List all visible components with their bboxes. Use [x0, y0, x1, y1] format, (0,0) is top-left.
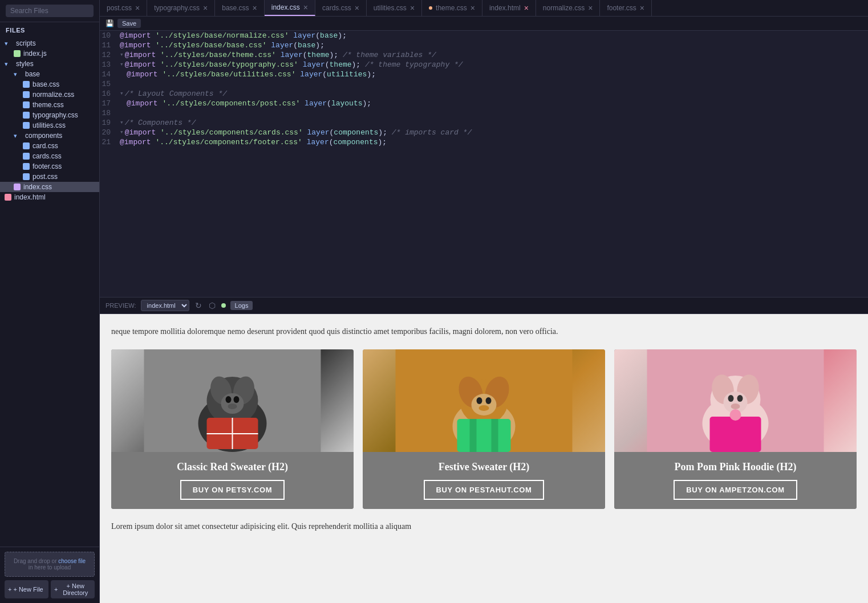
code-line-10: 10 @import '../styles/base/normalize.css… — [100, 31, 868, 40]
tree-label: index.html — [14, 193, 46, 201]
tree-item-theme-css[interactable]: theme.css — [0, 100, 99, 110]
file-icon-blue — [23, 91, 30, 98]
tab-close-icon[interactable]: × — [355, 4, 359, 12]
tab-index-html[interactable]: index.html × — [482, 0, 536, 16]
code-line-13: 13 ▾ @import '../styles/base/typography.… — [100, 60, 868, 70]
sidebar-bottom: Drag and drop or choose file in here to … — [0, 547, 99, 603]
unsaved-dot — [429, 6, 432, 10]
tree-label: base.css — [33, 80, 59, 88]
tab-base-css[interactable]: base.css × — [215, 0, 265, 16]
svg-point-20 — [479, 405, 489, 411]
tab-label: typography.css — [154, 4, 200, 12]
save-icon: 💾 — [106, 19, 114, 27]
svg-point-6 — [226, 396, 232, 403]
file-icon-active — [14, 184, 21, 190]
save-button[interactable]: Save — [117, 19, 141, 28]
tree-item-index-js[interactable]: index.js — [0, 48, 99, 59]
tree-label: footer.css — [33, 162, 62, 170]
tab-close-icon[interactable]: × — [203, 4, 208, 12]
new-dir-icon: + — [54, 586, 58, 593]
card-3-title: Pom Pom Pink Hoodie (H2) — [623, 461, 847, 473]
new-file-button[interactable]: + + New File — [5, 580, 48, 598]
card-2: Festive Sweater (H2) BUY ON PESTAHUT.COM — [363, 349, 605, 509]
preview-file-select[interactable]: index.html — [141, 300, 189, 311]
file-icon-blue — [23, 163, 30, 170]
code-line-15: 15 — [100, 79, 868, 89]
folder-icon: ▾ — [14, 132, 23, 140]
tree-item-card-css[interactable]: card.css — [0, 141, 99, 151]
choose-file-link[interactable]: choose file — [58, 558, 86, 564]
card-3: Pom Pom Pink Hoodie (H2) BUY ON AMPETZON… — [614, 349, 857, 509]
tab-post-css[interactable]: post.css × — [100, 0, 147, 16]
code-line-21: 21 @import '../styles/components/footer.… — [100, 137, 868, 147]
card-1-title: Classic Red Sweater (H2) — [120, 461, 344, 473]
tab-close-icon[interactable]: × — [135, 4, 140, 12]
tab-label: post.css — [107, 4, 132, 12]
tree-label: post.css — [33, 173, 58, 181]
search-input[interactable] — [6, 5, 94, 17]
tree-item-index-css[interactable]: index.css — [0, 182, 99, 192]
tree-label: styles — [16, 60, 34, 68]
card-3-button[interactable]: BUY ON AMPETZON.COM — [674, 480, 797, 500]
drop-zone[interactable]: Drag and drop or choose file in here to … — [5, 552, 95, 577]
tab-utilities-css[interactable]: utilities.css × — [367, 0, 422, 16]
preview-external-button[interactable]: ⬡ — [208, 300, 217, 311]
tree-item-footer-css[interactable]: footer.css — [0, 161, 99, 172]
preview-intro-text: neque tempore mollitia doloremque nemo d… — [111, 325, 857, 338]
tab-theme-css[interactable]: theme.css × — [422, 0, 482, 16]
preview-refresh-button[interactable]: ↻ — [194, 300, 203, 311]
new-directory-button[interactable]: + + New Directory — [51, 580, 95, 598]
dog1-svg — [111, 349, 354, 452]
tree-label: base — [25, 70, 40, 78]
svg-point-31 — [737, 395, 743, 402]
tab-footer-css[interactable]: footer.css × — [600, 0, 652, 16]
tree-label: typography.css — [33, 111, 78, 119]
tab-close-icon[interactable]: × — [588, 4, 593, 12]
tab-close-icon[interactable]: × — [253, 4, 257, 12]
tab-typography-css[interactable]: typography.css × — [147, 0, 215, 16]
tab-close-icon[interactable]: × — [470, 4, 475, 12]
card-1: Classic Red Sweater (H2) BUY ON PETSY.CO… — [111, 349, 354, 509]
tree-item-base-css[interactable]: base.css — [0, 79, 99, 89]
file-tree: ▾ scripts index.js ▾ styles ▾ base — [0, 36, 99, 547]
dog2-svg — [363, 349, 605, 452]
tab-normalize-css[interactable]: normalize.css × — [536, 0, 601, 16]
tab-close-icon[interactable]: × — [303, 3, 308, 11]
editor-content[interactable]: 10 @import '../styles/base/normalize.css… — [100, 31, 868, 297]
card-2-button[interactable]: BUY ON PESTAHUT.COM — [424, 480, 545, 500]
tree-item-scripts[interactable]: ▾ scripts — [0, 38, 99, 48]
card-1-button[interactable]: BUY ON PETSY.COM — [180, 480, 285, 500]
tree-item-typography-css[interactable]: typography.css — [0, 110, 99, 120]
new-file-label: + New File — [13, 586, 43, 593]
preview-bar: PREVIEW: index.html ↻ ⬡ Logs — [100, 297, 868, 314]
file-icon-red — [5, 194, 11, 201]
svg-point-32 — [731, 404, 740, 409]
tab-close-icon[interactable]: × — [524, 4, 529, 12]
tree-item-cards-css[interactable]: cards.css — [0, 151, 99, 161]
sidebar: Files ▾ scripts index.js ▾ styles ▾ base — [0, 0, 100, 603]
tab-close-icon[interactable]: × — [410, 4, 415, 12]
svg-rect-22 — [470, 419, 477, 452]
tree-item-utilities-css[interactable]: utilities.css — [0, 120, 99, 131]
logs-button[interactable]: Logs — [230, 301, 253, 310]
tree-label: index.js — [23, 50, 47, 58]
tree-item-components[interactable]: ▾ components — [0, 131, 99, 141]
tab-cards-css[interactable]: cards.css × — [315, 0, 367, 16]
tab-close-icon[interactable]: × — [640, 4, 644, 12]
svg-point-17 — [472, 394, 497, 415]
tree-item-base[interactable]: ▾ base — [0, 69, 99, 79]
file-icon-blue — [23, 101, 30, 108]
code-line-19: 19 ▾ /* Components */ — [100, 118, 868, 128]
file-icon-blue — [23, 142, 30, 149]
file-icon-blue — [23, 112, 30, 119]
sidebar-actions: + + New File + + New Directory — [5, 580, 95, 598]
tree-item-normalize-css[interactable]: normalize.css — [0, 89, 99, 100]
tree-item-post-css[interactable]: post.css — [0, 172, 99, 182]
main-area: post.css × typography.css × base.css × i… — [100, 0, 868, 603]
tree-label: theme.css — [33, 101, 64, 109]
tab-label: index.html — [489, 4, 521, 12]
tab-index-css[interactable]: index.css × — [265, 0, 315, 16]
file-icon-green — [14, 50, 21, 57]
tree-item-index-html[interactable]: index.html — [0, 192, 99, 202]
tree-item-styles[interactable]: ▾ styles — [0, 59, 99, 69]
